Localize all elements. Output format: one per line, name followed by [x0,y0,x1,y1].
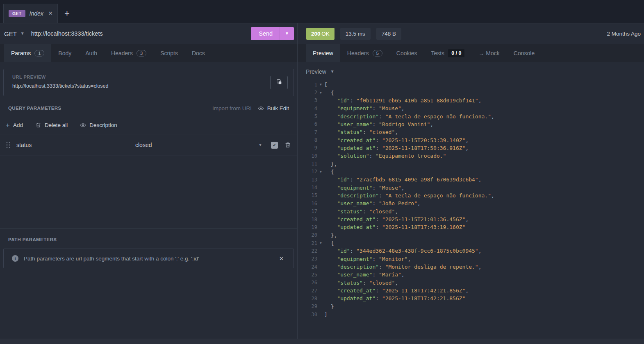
code-text: "created_at": "2025-11-15T20:53:39.140Z"… [324,137,469,143]
fold-caret-icon[interactable]: ▼ [317,170,324,174]
plus-icon: + [6,122,10,129]
tab-body[interactable]: Body [51,44,78,62]
tab-tests[interactable]: Tests0 / 0 [424,44,471,62]
code-text: "created_at": "2025-11-15T21:01:36.456Z"… [324,216,469,222]
toggle-description-button[interactable]: Description [80,122,117,128]
code-text: { [324,169,334,175]
code-text: "id": "27acfbd5-6815-409e-a98f-670639d3c… [324,177,482,183]
add-param-button[interactable]: + Add [6,122,23,129]
tab-headers[interactable]: Headers5 [340,44,389,62]
code-text: "status": "closed", [324,129,398,135]
response-body-viewer: 1▼[2▼ {3 "id": "f0b11291-eb65-410b-a851-… [298,77,644,344]
banner-close-icon[interactable]: ✕ [279,256,284,262]
delete-all-params-button[interactable]: Delete all [35,122,68,128]
param-value-input[interactable]: closed [135,142,152,148]
line-number: 20 [298,232,317,238]
send-options-button[interactable]: ▼ [280,27,294,40]
code-text: "equipment": "Monitor", [324,256,411,262]
code-line: 7 "status": "closed", [298,128,644,136]
request-tab-index[interactable]: GET Index ✕ [4,4,58,23]
tab-cookies[interactable]: Cookies [389,44,424,62]
line-number: 9 [298,145,317,151]
line-number: 23 [298,256,317,262]
code-line: 14 "equipment": "Mouse", [298,183,644,191]
url-input[interactable]: http://localhost:3333/tickets [31,30,103,37]
bulk-edit-toggle[interactable]: Bulk Edit [258,105,289,111]
tab-title: Index [30,10,43,17]
tab-label: Scripts [160,50,178,57]
code-line: 16 "user_name": "João Pedro", [298,199,644,207]
param-key-input[interactable]: status [16,142,32,148]
tab-mock[interactable]: → Mock [471,44,506,62]
tab-close-icon[interactable]: ✕ [48,10,53,16]
code-text: "updated_at": "2025-11-18T17:42:21.856Z" [324,295,465,301]
tab-preview[interactable]: Preview [306,44,340,62]
import-from-url-button[interactable]: Import from URL [212,105,253,111]
main-panes: Params1BodyAuthHeaders3ScriptsDocs URL P… [0,44,644,344]
params-panel: URL PREVIEW http://localhost:3333/ticket… [0,62,297,344]
request-pane: Params1BodyAuthHeaders3ScriptsDocs URL P… [0,44,298,344]
line-number: 12 [298,169,317,174]
code-line: 1▼[ [298,81,644,88]
code-text: "description": "A tecla de espaço não fu… [324,192,494,199]
response-size-badge: 748 B [376,28,401,40]
code-line: 27 "created_at": "2025-11-18T17:42:21.85… [298,287,644,294]
line-number: 16 [298,201,317,206]
code-text: { [324,90,334,96]
tab-headers[interactable]: Headers3 [104,44,153,62]
line-number: 22 [298,248,317,254]
chevron-down-icon[interactable]: ▼ [258,143,262,147]
fold-caret-icon[interactable]: ▼ [317,241,324,245]
code-text: "status": "closed", [324,280,398,286]
line-number: 14 [298,185,317,190]
param-enabled-checkbox[interactable]: ✓ [271,142,278,149]
tab-label: Headers [111,50,133,57]
tab-docs[interactable]: Docs [185,44,212,62]
delete-param-button[interactable] [284,142,291,148]
request-url-section: GET ▼ http://localhost:3333/tickets Send… [0,23,298,44]
code-line: 26 "status": "closed", [298,279,644,287]
tab-label: Docs [192,50,205,57]
code-line: 15 "description": "A tecla de espaço não… [298,192,644,199]
tab-method-badge: GET [9,10,25,17]
line-number: 17 [298,208,317,214]
status-badge: 200 OK [306,28,335,40]
chevron-down-icon: ▼ [285,32,289,36]
status-text: OK [321,31,330,37]
tab-scripts[interactable]: Scripts [153,44,185,62]
line-number: 13 [298,177,317,183]
method-label: GET [4,30,17,37]
eye-icon [258,105,264,111]
drag-handle[interactable] [6,141,11,149]
code-line: 20 }, [298,231,644,239]
tab-auth[interactable]: Auth [78,44,104,62]
code-line: 8 "created_at": "2025-11-15T20:53:39.140… [298,136,644,144]
line-number: 25 [298,272,317,278]
code-text: { [324,240,334,246]
tab-label: Params [11,50,31,57]
line-number: 30 [298,312,317,317]
response-time-badge: 13.5 ms [340,28,371,40]
code-line: 23 "equipment": "Monitor", [298,255,644,263]
preview-mode-select[interactable]: Preview ▼ [298,62,644,77]
code-text: [ [324,81,328,88]
code-text: "user_name": "Rodrigo Vanini", [324,121,433,127]
fold-caret-icon[interactable]: ▼ [317,83,324,86]
new-tab-button[interactable]: + [58,4,76,23]
path-params-info-banner: i Path parameters are url path segments … [3,249,294,268]
tab-console[interactable]: Console [507,44,542,62]
request-url-row: GET ▼ http://localhost:3333/tickets Send… [0,23,644,44]
send-button[interactable]: Send ▼ [251,27,294,40]
line-number: 1 [298,82,317,88]
code-line: 9 "updated_at": "2025-11-18T17:50:36.916… [298,144,644,152]
line-number: 28 [298,296,317,301]
method-select[interactable]: GET ▼ [4,30,25,37]
tab-label: Body [58,50,71,57]
line-number: 15 [298,192,317,198]
code-text: "description": "Monitor desliga de repen… [324,264,482,270]
fold-caret-icon[interactable]: ▼ [317,91,324,95]
tab-params[interactable]: Params1 [4,44,51,62]
copy-url-button[interactable] [270,76,288,89]
code-line: 2▼ { [298,88,644,96]
path-params-section: PATH PARAMETERS i Path parameters are ur… [0,228,297,268]
